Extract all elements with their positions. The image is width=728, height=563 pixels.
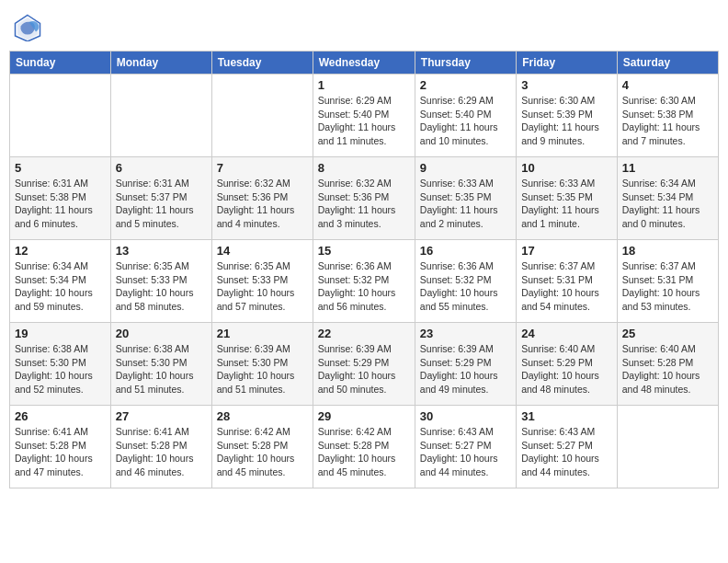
calendar-cell: 29Sunrise: 6:42 AM Sunset: 5:28 PM Dayli…	[313, 406, 415, 488]
calendar-cell: 5Sunrise: 6:31 AM Sunset: 5:38 PM Daylig…	[10, 157, 111, 240]
calendar-cell: 4Sunrise: 6:30 AM Sunset: 5:38 PM Daylig…	[617, 75, 718, 157]
calendar-header-row: SundayMondayTuesdayWednesdayThursdayFrid…	[10, 52, 719, 75]
day-number: 1	[318, 78, 410, 92]
day-info: Sunrise: 6:35 AM Sunset: 5:33 PM Dayligh…	[116, 259, 207, 314]
day-info: Sunrise: 6:37 AM Sunset: 5:31 PM Dayligh…	[521, 259, 612, 314]
day-info: Sunrise: 6:40 AM Sunset: 5:28 PM Dayligh…	[622, 342, 713, 396]
day-info: Sunrise: 6:33 AM Sunset: 5:35 PM Dayligh…	[420, 177, 511, 231]
day-info: Sunrise: 6:42 AM Sunset: 5:28 PM Dayligh…	[318, 425, 410, 479]
calendar-week-4: 19Sunrise: 6:38 AM Sunset: 5:30 PM Dayli…	[10, 323, 719, 406]
day-number: 20	[116, 327, 207, 340]
day-info: Sunrise: 6:43 AM Sunset: 5:27 PM Dayligh…	[420, 425, 511, 479]
day-number: 18	[622, 244, 713, 258]
calendar-cell	[110, 75, 211, 157]
day-number: 28	[217, 409, 308, 423]
calendar-week-3: 12Sunrise: 6:34 AM Sunset: 5:34 PM Dayli…	[10, 240, 719, 323]
day-info: Sunrise: 6:32 AM Sunset: 5:36 PM Dayligh…	[318, 177, 410, 231]
day-info: Sunrise: 6:40 AM Sunset: 5:29 PM Dayligh…	[521, 342, 612, 396]
day-info: Sunrise: 6:35 AM Sunset: 5:33 PM Dayligh…	[217, 259, 308, 314]
day-number: 23	[420, 327, 511, 340]
day-number: 30	[420, 409, 511, 423]
day-info: Sunrise: 6:41 AM Sunset: 5:28 PM Dayligh…	[116, 425, 207, 479]
day-info: Sunrise: 6:31 AM Sunset: 5:38 PM Dayligh…	[15, 177, 106, 231]
calendar-cell: 24Sunrise: 6:40 AM Sunset: 5:29 PM Dayli…	[517, 323, 618, 406]
day-number: 29	[318, 409, 410, 423]
calendar-cell: 8Sunrise: 6:32 AM Sunset: 5:36 PM Daylig…	[313, 157, 415, 240]
calendar-cell	[211, 75, 313, 157]
calendar-cell: 30Sunrise: 6:43 AM Sunset: 5:27 PM Dayli…	[415, 406, 516, 488]
day-number: 9	[420, 161, 511, 175]
calendar-week-1: 1Sunrise: 6:29 AM Sunset: 5:40 PM Daylig…	[10, 75, 719, 157]
day-number: 3	[521, 78, 612, 92]
day-number: 13	[116, 244, 207, 258]
day-info: Sunrise: 6:41 AM Sunset: 5:28 PM Dayligh…	[15, 425, 106, 479]
calendar-cell: 22Sunrise: 6:39 AM Sunset: 5:29 PM Dayli…	[313, 323, 415, 406]
calendar-cell: 20Sunrise: 6:38 AM Sunset: 5:30 PM Dayli…	[110, 323, 211, 406]
calendar-cell: 13Sunrise: 6:35 AM Sunset: 5:33 PM Dayli…	[110, 240, 211, 323]
header-sunday: Sunday	[10, 52, 111, 75]
header-saturday: Saturday	[617, 52, 718, 75]
day-info: Sunrise: 6:43 AM Sunset: 5:27 PM Dayligh…	[521, 425, 612, 479]
day-number: 15	[318, 244, 410, 258]
day-info: Sunrise: 6:34 AM Sunset: 5:34 PM Dayligh…	[622, 177, 713, 231]
calendar-cell: 19Sunrise: 6:38 AM Sunset: 5:30 PM Dayli…	[10, 323, 111, 406]
calendar-cell: 12Sunrise: 6:34 AM Sunset: 5:34 PM Dayli…	[10, 240, 111, 323]
day-info: Sunrise: 6:39 AM Sunset: 5:29 PM Dayligh…	[318, 342, 410, 396]
day-info: Sunrise: 6:36 AM Sunset: 5:32 PM Dayligh…	[318, 259, 410, 314]
day-info: Sunrise: 6:34 AM Sunset: 5:34 PM Dayligh…	[15, 259, 106, 314]
calendar-cell: 3Sunrise: 6:30 AM Sunset: 5:39 PM Daylig…	[517, 75, 618, 157]
calendar-week-2: 5Sunrise: 6:31 AM Sunset: 5:38 PM Daylig…	[10, 157, 719, 240]
calendar-cell: 27Sunrise: 6:41 AM Sunset: 5:28 PM Dayli…	[110, 406, 211, 488]
day-number: 8	[318, 161, 410, 175]
day-number: 17	[521, 244, 612, 258]
day-info: Sunrise: 6:33 AM Sunset: 5:35 PM Dayligh…	[521, 177, 612, 231]
header-thursday: Thursday	[415, 52, 516, 75]
day-info: Sunrise: 6:32 AM Sunset: 5:36 PM Dayligh…	[217, 177, 308, 231]
logo	[14, 14, 45, 41]
calendar-cell: 23Sunrise: 6:39 AM Sunset: 5:29 PM Dayli…	[415, 323, 516, 406]
calendar-cell: 11Sunrise: 6:34 AM Sunset: 5:34 PM Dayli…	[617, 157, 718, 240]
header-tuesday: Tuesday	[211, 52, 313, 75]
day-number: 4	[622, 78, 713, 92]
calendar-cell: 15Sunrise: 6:36 AM Sunset: 5:32 PM Dayli…	[313, 240, 415, 323]
calendar-cell: 31Sunrise: 6:43 AM Sunset: 5:27 PM Dayli…	[517, 406, 618, 488]
day-number: 16	[420, 244, 511, 258]
calendar-cell: 6Sunrise: 6:31 AM Sunset: 5:37 PM Daylig…	[110, 157, 211, 240]
day-number: 10	[521, 161, 612, 175]
calendar-cell: 25Sunrise: 6:40 AM Sunset: 5:28 PM Dayli…	[617, 323, 718, 406]
day-info: Sunrise: 6:42 AM Sunset: 5:28 PM Dayligh…	[217, 425, 308, 479]
calendar-table: SundayMondayTuesdayWednesdayThursdayFrid…	[9, 51, 719, 488]
day-number: 11	[622, 161, 713, 175]
calendar-week-5: 26Sunrise: 6:41 AM Sunset: 5:28 PM Dayli…	[10, 406, 719, 488]
day-number: 7	[217, 161, 308, 175]
header-friday: Friday	[517, 52, 618, 75]
calendar-cell: 16Sunrise: 6:36 AM Sunset: 5:32 PM Dayli…	[415, 240, 516, 323]
day-number: 2	[420, 78, 511, 92]
header-monday: Monday	[110, 52, 211, 75]
calendar-cell: 7Sunrise: 6:32 AM Sunset: 5:36 PM Daylig…	[211, 157, 313, 240]
calendar-cell: 14Sunrise: 6:35 AM Sunset: 5:33 PM Dayli…	[211, 240, 313, 323]
calendar-cell: 2Sunrise: 6:29 AM Sunset: 5:40 PM Daylig…	[415, 75, 516, 157]
day-number: 22	[318, 327, 410, 340]
day-number: 27	[116, 409, 207, 423]
day-number: 31	[521, 409, 612, 423]
calendar-cell: 1Sunrise: 6:29 AM Sunset: 5:40 PM Daylig…	[313, 75, 415, 157]
day-number: 25	[622, 327, 713, 340]
calendar-cell	[617, 406, 718, 488]
day-info: Sunrise: 6:30 AM Sunset: 5:38 PM Dayligh…	[622, 94, 713, 148]
day-number: 14	[217, 244, 308, 258]
calendar-cell: 26Sunrise: 6:41 AM Sunset: 5:28 PM Dayli…	[10, 406, 111, 488]
day-info: Sunrise: 6:37 AM Sunset: 5:31 PM Dayligh…	[622, 259, 713, 314]
calendar-cell: 21Sunrise: 6:39 AM Sunset: 5:30 PM Dayli…	[211, 323, 313, 406]
day-info: Sunrise: 6:39 AM Sunset: 5:30 PM Dayligh…	[217, 342, 308, 396]
day-info: Sunrise: 6:29 AM Sunset: 5:40 PM Dayligh…	[420, 94, 511, 148]
calendar-cell	[10, 75, 111, 157]
page-header	[9, 9, 719, 41]
day-info: Sunrise: 6:38 AM Sunset: 5:30 PM Dayligh…	[15, 342, 106, 396]
header-wednesday: Wednesday	[313, 52, 415, 75]
day-info: Sunrise: 6:31 AM Sunset: 5:37 PM Dayligh…	[116, 177, 207, 231]
day-info: Sunrise: 6:38 AM Sunset: 5:30 PM Dayligh…	[116, 342, 207, 396]
day-info: Sunrise: 6:29 AM Sunset: 5:40 PM Dayligh…	[318, 94, 410, 148]
day-number: 21	[217, 327, 308, 340]
day-number: 12	[15, 244, 106, 258]
